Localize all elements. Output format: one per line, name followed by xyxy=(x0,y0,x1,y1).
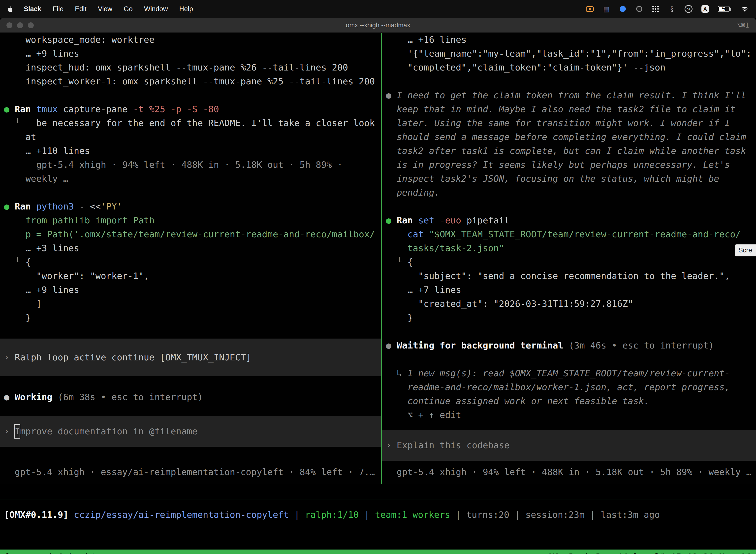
terminal-line: ● Ran tmux capture-pane -t %25 -p -S -80 xyxy=(4,102,381,116)
menu-item-view[interactable]: View xyxy=(98,5,112,13)
terminal-line: cat "$OMX_TEAM_STATE_ROOT/team/review-cu… xyxy=(386,227,756,241)
menu-item-edit[interactable]: Edit xyxy=(75,5,86,13)
menu-bar: SlackFileEditViewGoWindowHelp ▦§61Aϟ xyxy=(0,0,756,18)
terminal-line: … +16 lines xyxy=(386,33,756,47)
terminal-line: ● I need to get the claim token from the… xyxy=(386,88,756,102)
screen-recording-icon[interactable] xyxy=(586,6,594,12)
terminal-line: ● Ran python3 - <<'PY' xyxy=(4,200,381,214)
terminal-line: task2 after task1 is complete, but can I… xyxy=(386,144,756,158)
terminal-line xyxy=(4,88,381,102)
terminal-line: weekly … xyxy=(4,172,381,186)
terminal-line: pending. xyxy=(386,186,756,200)
terminal-line: ● Working (6m 38s • esc to interrupt) xyxy=(4,390,381,404)
terminal-line xyxy=(4,376,381,390)
window-shortcut: ⌥⌘1 xyxy=(737,21,756,29)
terminal-line: is in progress? It seems likely but perh… xyxy=(386,158,756,172)
pane-bottom-border xyxy=(0,499,756,499)
terminal-line: "subject": "send a concise recommendatio… xyxy=(386,269,756,283)
terminal-line: at xyxy=(4,130,381,144)
terminal: workspace_mode: worktree … +9 lines insp… xyxy=(0,33,756,484)
terminal-line: inspect_worker-1: omx sparkshell --tmux-… xyxy=(4,74,381,88)
terminal-line: } xyxy=(386,311,756,325)
battery-icon[interactable]: ϟ xyxy=(718,6,732,12)
omx-status-line: [OMX#0.11.9] cczip/essay/ai-reimplementa… xyxy=(4,508,756,522)
keyboard-icon[interactable]: ▦ xyxy=(603,5,610,13)
terminal-line xyxy=(4,186,381,200)
terminal-line: ⌥ + ↑ edit xyxy=(386,408,756,422)
terminal-line: ↳ 1 new msg(s): read $OMX_TEAM_STATE_ROO… xyxy=(386,366,756,380)
terminal-line: later. Using the same for transition mig… xyxy=(386,116,756,130)
terminal-line: … +3 lines xyxy=(4,241,381,255)
terminal-pane-right[interactable]: … +16 lines '{"team_name":"my-team","tas… xyxy=(382,33,756,484)
wifi-icon[interactable] xyxy=(741,6,749,12)
terminal-window: omx --xhigh --madmax ⌥⌘1 workspace_mode:… xyxy=(0,18,756,554)
terminal-line xyxy=(386,325,756,339)
prompt-input[interactable]: › Improve documentation in @filename xyxy=(0,416,381,447)
terminal-line: '{"team_name":"my-team","task_id":"1","f… xyxy=(386,47,756,61)
terminal-line: } xyxy=(4,311,381,325)
terminal-line: tasks/task-2.json" xyxy=(386,241,756,255)
minimize-button[interactable] xyxy=(17,22,23,28)
terminal-line: should send a message before completing … xyxy=(386,130,756,144)
queued-prompt[interactable]: › Ralph loop active continue [OMX_TMUX_I… xyxy=(0,339,381,376)
terminal-line: └ be necessary for the end of the README… xyxy=(4,116,381,130)
terminal-line xyxy=(386,200,756,214)
prompt-suggestion[interactable]: › Explain this codebase xyxy=(382,430,756,461)
model-status-line: gpt-5.4 xhigh · essay/ai-reimplementatio… xyxy=(4,465,381,479)
terminal-line: keep that in mind. Maybe I also need the… xyxy=(386,102,756,116)
terminal-line: … +7 lines xyxy=(386,283,756,297)
terminal-line: ● Waiting for background terminal (3m 46… xyxy=(386,339,756,352)
menu-item-slack[interactable]: Slack xyxy=(24,5,42,13)
terminal-line: └ { xyxy=(386,255,756,269)
terminal-line: continue assigned work or next feasible … xyxy=(386,394,756,408)
input-source-icon[interactable]: A xyxy=(701,5,709,13)
terminal-line: ] xyxy=(4,297,381,311)
blue-app-icon[interactable] xyxy=(619,6,627,12)
terminal-line xyxy=(386,352,756,366)
tmux-status-bar: [omx-cczip0:bash* "MacBook-Pro-44.local"… xyxy=(0,550,756,554)
terminal-line: "created_at": "2026-03-31T11:59:27.816Z" xyxy=(386,297,756,311)
screen-tooltip: Scre xyxy=(735,244,756,257)
window-title: omx --xhigh --madmax xyxy=(0,21,756,29)
gauge-icon[interactable]: 61 xyxy=(685,5,693,13)
model-status-line: gpt-5.4 xhigh · 94% left · 488K in · 5.1… xyxy=(386,465,756,479)
tmux-session-label: [omx-cczip0:bash* xyxy=(4,552,96,554)
terminal-line: inspect_hud: omx sparkshell --tmux-pane … xyxy=(4,61,381,74)
terminal-pane-left[interactable]: workspace_mode: worktree … +9 lines insp… xyxy=(0,33,381,484)
terminal-line: workspace_mode: worktree xyxy=(4,33,381,47)
zoom-button[interactable] xyxy=(28,22,34,28)
terminal-line: from pathlib import Path xyxy=(4,214,381,227)
terminal-line: gpt-5.4 xhigh · 94% left · 488K in · 5.1… xyxy=(4,158,381,172)
apple-menu-icon[interactable] xyxy=(7,6,12,12)
terminal-line: "worker": "worker-1", xyxy=(4,269,381,283)
terminal-line xyxy=(4,325,381,339)
terminal-line: "completed","claim_token":"claim-token"}… xyxy=(386,61,756,74)
terminal-line: … +9 lines xyxy=(4,283,381,297)
dark-app-icon[interactable] xyxy=(635,6,643,12)
clip-app-icon[interactable]: § xyxy=(668,5,676,13)
terminal-line: ● Ran set -euo pipefail xyxy=(386,214,756,227)
terminal-line: … +9 lines xyxy=(4,47,381,61)
apps-grid-icon[interactable] xyxy=(652,6,659,12)
terminal-line xyxy=(386,74,756,88)
menu-item-file[interactable]: File xyxy=(53,5,64,13)
menu-item-go[interactable]: Go xyxy=(124,5,133,13)
terminal-line: … +110 lines xyxy=(4,144,381,158)
terminal-line: p = Path('.omx/state/team/review-current… xyxy=(4,227,381,241)
terminal-line: └ { xyxy=(4,255,381,269)
menu-item-help[interactable]: Help xyxy=(179,5,193,13)
terminal-line: readme-and-reco/mailbox/worker-1.json, a… xyxy=(386,380,756,394)
menu-status-icons: ▦§61Aϟ xyxy=(586,5,749,13)
close-button[interactable] xyxy=(6,22,12,28)
window-title-bar: omx --xhigh --madmax ⌥⌘1 xyxy=(0,18,756,33)
terminal-line: inspect task2's JSON, focusing on the st… xyxy=(386,172,756,186)
tmux-host-clock: "MacBook-Pro-44.local" 05:03 31-Mar-26 xyxy=(547,552,752,554)
menu-item-window[interactable]: Window xyxy=(144,5,168,13)
